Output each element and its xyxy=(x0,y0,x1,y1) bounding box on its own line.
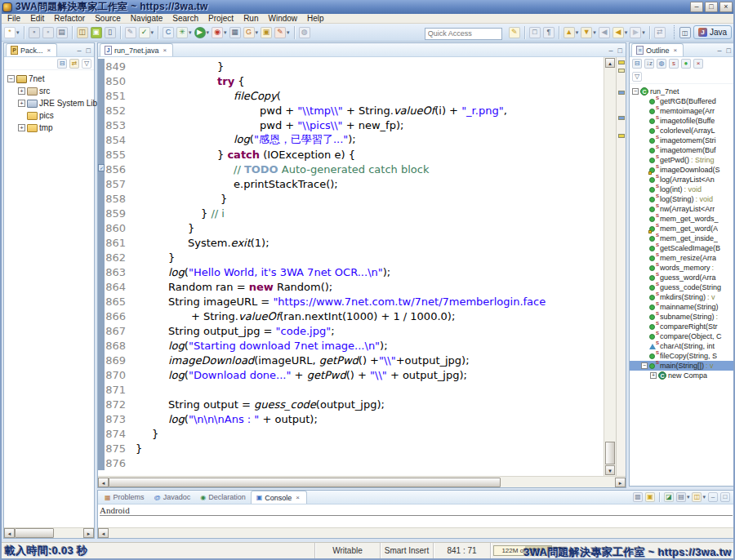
breadcrumb-toggle-icon[interactable]: ✎ xyxy=(124,26,137,39)
editor-line[interactable]: 852pwd + "\\tmp\\" + String.valueOf(i) +… xyxy=(98,103,604,118)
editor-line[interactable]: 853pwd + "\\pics\\" + new_fp); xyxy=(98,118,604,132)
tree-item-src[interactable]: +src xyxy=(4,85,94,97)
scroll-right-icon[interactable]: ▸ xyxy=(615,478,626,487)
minimize-view-icon[interactable]: – xyxy=(716,47,724,55)
console-output[interactable]: Android xyxy=(98,504,734,527)
tab-javadoc[interactable]: @Javadoc xyxy=(149,491,196,504)
outline-expander-icon[interactable]: + xyxy=(650,372,657,379)
menu-item-refactor[interactable]: Refactor xyxy=(49,14,90,23)
editor-line[interactable]: 864Random ran = new Random(); xyxy=(98,279,604,294)
outline-item[interactable]: SgetScaledImage(B xyxy=(630,243,734,253)
dropdown-arrow-icon[interactable]: ▾ xyxy=(224,29,227,36)
hide-local-types-icon[interactable]: × xyxy=(693,58,704,69)
last-edit-location-icon[interactable]: ◀ xyxy=(598,26,611,39)
outline-item[interactable]: Slog(String) : void xyxy=(630,194,734,204)
menu-item-help[interactable]: Help xyxy=(302,14,329,23)
close-icon[interactable]: × xyxy=(162,46,169,55)
editor-line[interactable]: 870log("Download done..." + getPwd() + "… xyxy=(98,367,604,382)
editor-line[interactable]: 855} catch (IOException e) { xyxy=(98,147,604,162)
editor-line[interactable]: 849} xyxy=(98,59,604,73)
maximize-icon[interactable]: □ xyxy=(719,491,731,503)
new-wizard-icon[interactable]: *▾ xyxy=(3,26,20,39)
tree-expander-icon[interactable]: − xyxy=(7,75,15,82)
editor-line[interactable]: 856// TODO Auto-generated catch block xyxy=(98,162,604,176)
editor-line[interactable]: 866+ String.valueOf(ran.nextInt(1000) + … xyxy=(98,309,604,323)
remove-launch-icon[interactable]: ▩ xyxy=(632,491,644,503)
outline-expander-icon[interactable]: − xyxy=(632,88,639,95)
editor-line[interactable]: 854log("感恩，已學習了..."); xyxy=(98,132,604,147)
collapse-all-icon[interactable]: ⊟ xyxy=(56,58,68,69)
minimize-view-icon[interactable]: – xyxy=(76,47,83,55)
editor-line[interactable]: 874} xyxy=(98,426,604,441)
back-history-icon[interactable]: ◀▾ xyxy=(612,26,629,39)
save-all-icon[interactable]: ▪ xyxy=(42,26,55,39)
scrollbar-thumb[interactable] xyxy=(605,442,615,464)
editor-line[interactable]: 863log("Hello World, it's 3WA 7net OCR..… xyxy=(98,264,604,279)
minimize-icon[interactable]: – xyxy=(707,491,719,503)
close-icon[interactable]: × xyxy=(294,493,301,502)
open-type-grid-icon[interactable]: ▦ xyxy=(229,26,242,39)
link-with-editor-icon[interactable]: ⇄ xyxy=(69,58,80,69)
editor-line[interactable]: 858} xyxy=(98,191,604,206)
open-resource-icon[interactable]: ▣ xyxy=(260,26,273,39)
scrollbar-thumb[interactable] xyxy=(109,478,501,487)
menu-item-edit[interactable]: Edit xyxy=(25,14,49,23)
dropdown-arrow-icon[interactable]: ▾ xyxy=(642,29,645,36)
dropdown-arrow-icon[interactable]: ▾ xyxy=(189,29,192,36)
tree-expander-icon[interactable]: + xyxy=(18,124,25,131)
pin-editor-icon[interactable]: ◍ xyxy=(298,26,311,39)
android-sdk-manager-icon[interactable]: ▣ xyxy=(90,26,103,39)
editor-hscrollbar[interactable]: ◂ ▸ xyxy=(98,476,626,487)
show-whitespace-icon[interactable]: ¶ xyxy=(542,26,555,39)
editor-line[interactable]: 875} xyxy=(98,441,604,456)
forward-history-icon[interactable]: ▶▾ xyxy=(629,26,646,39)
pin-console-icon[interactable]: ◫▾ xyxy=(691,491,706,503)
editor-line[interactable]: 865String imageURL = "https://www.7net.c… xyxy=(98,294,604,309)
menu-item-search[interactable]: Search xyxy=(167,14,203,23)
outline-item[interactable]: Slog(ArrayList<An xyxy=(630,175,734,184)
outline-item[interactable]: Sguess_code(String xyxy=(630,282,734,292)
external-launch-icon[interactable]: ✎▾ xyxy=(274,26,291,39)
hide-static-members-icon[interactable]: s xyxy=(668,58,679,69)
outline-item[interactable]: Scolorlevel(ArrayL xyxy=(630,126,734,136)
android-device-monitor-icon[interactable]: ▯ xyxy=(104,26,117,39)
display-selected-console-icon[interactable]: ▤▾ xyxy=(675,491,691,503)
outline-item[interactable]: Smem_get_word(A xyxy=(630,224,734,233)
print-icon[interactable]: ▤ xyxy=(56,26,69,39)
view-menu-icon[interactable]: ▽ xyxy=(81,58,92,69)
perspective-java-button[interactable]: J Java xyxy=(693,25,732,39)
outline-item[interactable]: Snw(ArrayList<Arr xyxy=(630,204,734,214)
outline-item[interactable]: Slog(int) : void xyxy=(630,184,734,194)
menu-item-run[interactable]: Run xyxy=(238,14,263,23)
next-annotation-icon[interactable]: ▼▾ xyxy=(580,26,597,39)
outline-item[interactable]: ScompareRight(Str xyxy=(630,322,734,331)
outline-item[interactable]: SfileCopy(String, S xyxy=(630,351,734,361)
outline-item[interactable]: Scompare(Object, C xyxy=(630,331,734,341)
overview-marker[interactable] xyxy=(618,60,625,64)
sort-alphabetically-icon[interactable]: ↓z xyxy=(644,58,655,69)
tree-item-7net[interactable]: −7net xyxy=(4,73,94,85)
outline-item[interactable]: Sguess_word(Arra xyxy=(630,273,734,282)
scroll-left-icon[interactable]: ◂ xyxy=(98,528,109,538)
tree-expander-icon[interactable]: + xyxy=(18,87,25,95)
dropdown-arrow-icon[interactable]: ▾ xyxy=(16,29,20,36)
minimize-view-icon[interactable]: – xyxy=(608,47,615,55)
outline-item[interactable]: Smem_resize(Arra xyxy=(630,253,734,263)
dropdown-arrow-icon[interactable]: ▾ xyxy=(576,29,579,36)
dropdown-arrow-icon[interactable]: ▾ xyxy=(687,494,690,500)
minimize-button[interactable]: – xyxy=(690,2,703,12)
console-hscrollbar[interactable]: ◂ xyxy=(98,527,734,538)
editor-line[interactable]: 859} // i xyxy=(98,206,604,220)
tab-run-7net-java[interactable]: J run_7net.java × xyxy=(100,43,173,56)
tab-outline[interactable]: ≡ Outline × xyxy=(631,43,684,56)
outline-item[interactable]: −Smain(String[]) : v xyxy=(630,361,734,371)
dropdown-arrow-icon[interactable]: ▾ xyxy=(702,494,706,500)
scroll-down-icon[interactable]: ▾ xyxy=(605,465,615,475)
new-class-icon[interactable]: C xyxy=(162,26,175,39)
close-button[interactable]: × xyxy=(719,2,733,12)
scroll-left-icon[interactable]: ◂ xyxy=(4,528,15,538)
editor-line[interactable]: 872String output = guess_code(output_jpg… xyxy=(98,397,604,411)
editor-line[interactable]: 851fileCopy( xyxy=(98,88,604,103)
scroll-left-icon[interactable]: ◂ xyxy=(98,478,109,487)
editor-code-lines[interactable]: 849}850try {851fileCopy(852pwd + "\\tmp\… xyxy=(98,57,604,476)
